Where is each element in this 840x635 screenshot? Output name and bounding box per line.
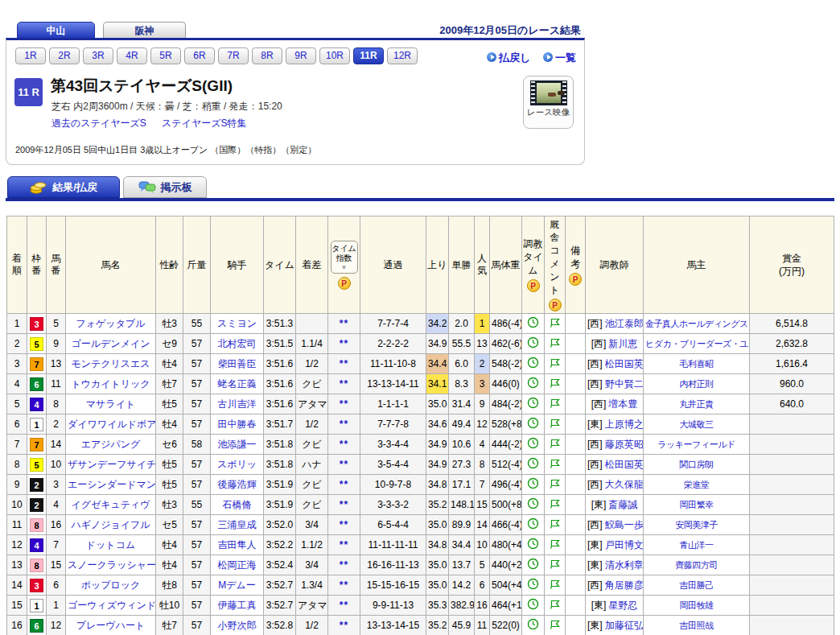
cell-owner-link[interactable]: 安岡美津子 [675, 520, 718, 530]
stable-comment-flag-icon[interactable] [550, 398, 561, 409]
cell-jockey-link[interactable]: スミヨン [217, 318, 257, 329]
past-race-link[interactable]: 過去のステイヤーズS [51, 118, 146, 129]
trainer-link[interactable]: 松田国英 [605, 459, 644, 470]
race-tab-12r[interactable]: 12R [387, 47, 418, 64]
training-clock-icon[interactable] [527, 618, 539, 630]
premium-icon[interactable]: P [338, 277, 351, 290]
cell-horse-name-link[interactable]: ブレーヴハート [76, 620, 145, 631]
stable-comment-flag-icon[interactable] [550, 518, 561, 530]
cell-jockey-link[interactable]: 田中勝春 [218, 419, 257, 430]
cell-jockey-link[interactable]: 古川吉洋 [218, 398, 257, 410]
cell-horse-name-link[interactable]: フォゲッタブル [76, 318, 146, 329]
premium-icon[interactable]: P [549, 299, 562, 311]
trainer-link[interactable]: 池江泰郎 [605, 318, 644, 329]
premium-icon[interactable]: P [527, 279, 540, 292]
race-tab-10r[interactable]: 10R [319, 47, 350, 64]
cell-owner-link[interactable]: 吉田勝己 [680, 580, 714, 590]
cell-horse-name-link[interactable]: エーシンダードマン [68, 479, 156, 490]
cell-jockey-link[interactable]: 柴田善臣 [218, 358, 257, 369]
race-tab-11r[interactable]: 11R [353, 47, 384, 64]
training-clock-icon[interactable] [527, 497, 539, 509]
cell-owner-link[interactable]: 吉田照哉 [680, 621, 714, 630]
race-tab-5r[interactable]: 5R [150, 47, 181, 64]
training-clock-icon[interactable] [527, 578, 539, 590]
cell-horse-name-link[interactable]: エアジパング [81, 439, 141, 450]
cell-jockey-link[interactable]: 池添謙一 [218, 439, 257, 450]
cell-horse-name-link[interactable]: ドットコム [86, 539, 135, 550]
race-tab-2r[interactable]: 2R [49, 47, 80, 64]
stable-comment-flag-icon[interactable] [550, 559, 561, 570]
race-tab-9r[interactable]: 9R [286, 47, 316, 64]
trainer-link[interactable]: 加藤征弘 [605, 620, 644, 631]
race-tab-4r[interactable]: 4R [117, 47, 147, 64]
cell-owner-link[interactable]: 金子真人ホールディングス [645, 319, 748, 328]
trainer-link[interactable]: 鮫島一歩 [605, 519, 644, 530]
stable-comment-flag-icon[interactable] [550, 317, 561, 328]
race-tab-7r[interactable]: 7R [218, 47, 249, 64]
tab-board[interactable]: 掲示板 [123, 176, 207, 198]
trainer-link[interactable]: 野中賢二 [605, 378, 644, 390]
cell-jockey-link[interactable]: 伊藤工真 [218, 600, 257, 611]
trainer-link[interactable]: 星野忍 [608, 600, 637, 611]
stable-comment-flag-icon[interactable] [550, 599, 561, 610]
training-clock-icon[interactable] [527, 538, 539, 550]
trainer-link[interactable]: 斎藤誠 [608, 499, 637, 510]
stable-comment-flag-icon[interactable] [550, 377, 561, 389]
cell-owner-link[interactable]: 関口房朗 [680, 460, 714, 469]
cell-horse-name-link[interactable]: スノークラッシャー [68, 559, 156, 571]
training-clock-icon[interactable] [527, 397, 539, 409]
tab-result-payout[interactable]: 結果/払戻 [7, 176, 120, 198]
training-clock-icon[interactable] [527, 558, 539, 570]
cell-horse-name-link[interactable]: マサライト [86, 398, 135, 410]
trainer-link[interactable]: 新川恵 [608, 338, 637, 349]
race-tab-6r[interactable]: 6R [184, 47, 215, 64]
cell-owner-link[interactable]: 岡田牧雄 [680, 600, 714, 610]
stable-comment-flag-icon[interactable] [550, 478, 561, 489]
trainer-link[interactable]: 戸田博文 [605, 539, 644, 550]
training-clock-icon[interactable] [527, 357, 539, 369]
cell-jockey-link[interactable]: 石橋脩 [223, 499, 252, 510]
training-clock-icon[interactable] [527, 417, 539, 429]
tab-venue-nakayama[interactable]: 中山 [17, 22, 95, 39]
cell-jockey-link[interactable]: 北村宏司 [218, 338, 257, 349]
stable-comment-flag-icon[interactable] [550, 538, 561, 550]
premium-icon[interactable]: P [569, 273, 582, 286]
training-clock-icon[interactable] [527, 316, 539, 328]
stable-comment-flag-icon[interactable] [550, 418, 561, 429]
cell-owner-link[interactable]: ラッキーフィールド [657, 439, 735, 449]
stable-comment-flag-icon[interactable] [550, 579, 561, 590]
trainer-link[interactable]: 松田国英 [605, 358, 644, 369]
trainer-link[interactable]: 増本豊 [608, 398, 637, 410]
cell-owner-link[interactable]: 毛利喜昭 [680, 359, 714, 369]
training-clock-icon[interactable] [527, 377, 539, 389]
cell-jockey-link[interactable]: 松岡正海 [218, 559, 257, 571]
training-clock-icon[interactable] [527, 437, 539, 449]
cell-jockey-link[interactable]: 三浦皇成 [218, 519, 257, 530]
cell-horse-name-link[interactable]: イグゼキュティヴ [71, 499, 150, 510]
stable-comment-flag-icon[interactable] [550, 498, 561, 509]
race-tab-8r[interactable]: 8R [252, 47, 282, 64]
cell-horse-name-link[interactable]: ザサンデーフサイチ [68, 459, 156, 470]
cell-owner-link[interactable]: ヒダカ・ブリーダーズ・ユニオン [645, 339, 750, 348]
training-clock-icon[interactable] [527, 477, 539, 489]
race-special-link[interactable]: ステイヤーズS特集 [162, 118, 246, 129]
payout-link[interactable]: 払戻し [487, 52, 530, 64]
trainer-link[interactable]: 大久保龍 [605, 479, 644, 490]
race-list-link[interactable]: 一覧 [543, 52, 576, 64]
tab-venue-hanshin[interactable]: 阪神 [103, 22, 186, 39]
cell-owner-link[interactable]: 栄進堂 [684, 480, 710, 489]
stable-comment-flag-icon[interactable] [550, 438, 561, 449]
training-clock-icon[interactable] [527, 457, 539, 469]
trainer-link[interactable]: 角居勝彦 [605, 579, 644, 591]
cell-owner-link[interactable]: 齊藤四方司 [675, 560, 718, 570]
cell-horse-name-link[interactable]: モンテクリスエス [71, 358, 150, 369]
cell-owner-link[interactable]: 丸井正貴 [680, 399, 714, 409]
cell-jockey-link[interactable]: 後藤浩輝 [218, 479, 257, 490]
cell-horse-name-link[interactable]: ダイワワイルドボア [68, 419, 156, 430]
cell-owner-link[interactable]: 青山洋一 [680, 540, 714, 550]
cell-jockey-link[interactable]: 小野次郎 [218, 620, 257, 631]
trainer-link[interactable]: 藤原英昭 [605, 439, 644, 450]
cell-horse-name-link[interactable]: トウカイトリック [71, 378, 150, 390]
cell-owner-link[interactable]: 岡田繁幸 [680, 500, 714, 509]
cell-jockey-link[interactable]: スボリッ [217, 459, 257, 470]
